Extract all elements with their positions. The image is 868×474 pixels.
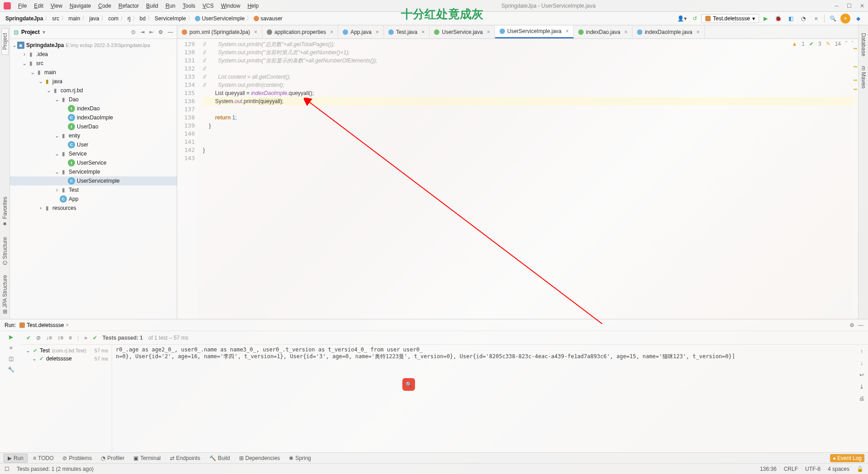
menu-help[interactable]: Help (244, 3, 262, 9)
tool-window-endpoints[interactable]: ⇄Endpoints (166, 454, 204, 463)
tab-close-icon[interactable]: × (330, 29, 333, 35)
favorites-tool-tab[interactable]: ★ Favorites (1, 192, 9, 232)
breadcrumb-item[interactable]: UserServiceImple (193, 15, 246, 22)
editor-tab[interactable]: application.properties× (262, 25, 338, 38)
tree-node[interactable]: ⌄▮Service (10, 149, 177, 158)
tool-window-problems[interactable]: ⊘Problems (59, 454, 95, 463)
tree-node[interactable]: ⌄▮ServiceImple (10, 167, 177, 176)
export-icon[interactable]: » (84, 335, 87, 341)
layout-icon[interactable]: ◫ (9, 356, 14, 362)
debug-icon[interactable]: 🐞 (773, 14, 783, 24)
maximize-icon[interactable]: ☐ (847, 3, 852, 9)
sort-icon[interactable]: ↓≡ (46, 335, 52, 341)
breadcrumb-item[interactable]: bd (138, 15, 147, 22)
code-content[interactable]: // System.out.println("总页数"+all.getTotal… (198, 39, 858, 319)
gear-icon[interactable]: ⚙ (849, 322, 854, 328)
wrap-icon[interactable]: ↩ (859, 372, 864, 378)
database-tool-tab[interactable]: Database (860, 28, 867, 61)
menu-vcs[interactable]: VCS (199, 3, 217, 9)
indent-info[interactable]: 4 spaces (828, 466, 849, 472)
menu-code[interactable]: Code (94, 3, 115, 9)
breadcrumb-item[interactable]: main (66, 15, 82, 22)
error-stripe[interactable] (853, 39, 858, 319)
run-icon[interactable]: ▶ (760, 14, 770, 24)
scroll-icon[interactable]: ⤓ (859, 384, 864, 390)
collapse-icon[interactable]: ≡ (69, 335, 72, 341)
tab-close-icon[interactable]: × (697, 29, 700, 35)
file-encoding[interactable]: UTF-8 (805, 466, 821, 472)
breadcrumb-item[interactable]: com (106, 15, 120, 22)
run-config-selector[interactable]: Test.deletsssse▾ (701, 14, 759, 23)
tool-window-build[interactable]: 🔨Build (206, 454, 234, 463)
event-log-button[interactable]: ● Event Log (830, 454, 864, 462)
hide-icon[interactable]: — (858, 322, 863, 328)
gear-icon[interactable]: ⚙ (158, 29, 163, 35)
tree-node[interactable]: IUserDao (10, 122, 177, 131)
breadcrumb-item[interactable]: src (50, 15, 61, 22)
tree-node[interactable]: ⌄▮main (10, 68, 177, 77)
line-separator[interactable]: CRLF (784, 466, 798, 472)
menu-edit[interactable]: Edit (30, 3, 47, 9)
up-icon[interactable]: ↑ (860, 348, 863, 355)
menu-navigate[interactable]: Navigate (66, 3, 94, 9)
expand-all-icon[interactable]: ⇥ (140, 29, 145, 35)
tool-window-run[interactable]: ▶Run (4, 454, 28, 463)
tree-node[interactable]: ›▮resources (10, 204, 177, 213)
tool-window-dependencies[interactable]: ⊞Dependencies (236, 454, 284, 463)
editor-tab[interactable]: indexDao.java× (574, 25, 632, 38)
floating-search-icon[interactable]: 🔍 (402, 378, 415, 391)
breadcrumb-item[interactable]: SpringdateJpa (4, 15, 45, 22)
tree-node[interactable]: CindexDaoImple (10, 113, 177, 122)
tree-node[interactable]: CUser (10, 140, 177, 149)
code-editor[interactable]: 129 130 131 132 133 134 135 136 137 138 … (177, 39, 858, 319)
show-passed-icon[interactable]: ✔ (26, 335, 31, 341)
tree-node[interactable]: IUserService (10, 158, 177, 167)
settings-icon[interactable]: 🔧 (8, 366, 14, 373)
tab-close-icon[interactable]: × (624, 29, 627, 35)
menu-refactor[interactable]: Refactor (115, 3, 142, 9)
select-opened-icon[interactable]: ⊙ (131, 29, 136, 35)
project-tree[interactable]: ⌄▣SpringdateJpaE:\my eclisp 2022-3-23\Sp… (10, 39, 177, 319)
tab-close-icon[interactable]: × (254, 29, 257, 35)
caret-position[interactable]: 136:36 (760, 466, 777, 472)
ide-services-icon[interactable]: + (840, 14, 850, 24)
tree-node[interactable]: ⌄▮com.rj.bd (10, 86, 177, 95)
breadcrumb-item[interactable]: rj (126, 15, 132, 22)
breadcrumb-item[interactable]: savauser (252, 15, 284, 22)
show-ignored-icon[interactable]: ⊘ (36, 335, 41, 341)
tree-node[interactable]: ›▮Test (10, 185, 177, 194)
breadcrumb-item[interactable]: java (87, 15, 101, 22)
expand-icon[interactable]: ↕≡ (57, 335, 63, 341)
print-icon[interactable]: 🖨 (859, 395, 864, 402)
tab-close-icon[interactable]: × (421, 29, 425, 35)
tree-node[interactable]: ›▮.idea (10, 50, 177, 59)
stop-icon[interactable]: ■ (811, 14, 821, 24)
jpa-structure-tool-tab[interactable]: ⊞ JPA Structure (1, 270, 9, 319)
collapse-all-icon[interactable]: ⇤ (149, 29, 154, 35)
rerun-icon[interactable]: ▶ (9, 334, 13, 340)
hide-icon[interactable]: — (168, 29, 173, 35)
sync-icon[interactable]: ↺ (690, 14, 700, 24)
menu-run[interactable]: Run (162, 3, 179, 9)
menu-file[interactable]: File (14, 3, 30, 9)
console-output[interactable]: r0_.age as age2_0_, user0_.name as name3… (112, 345, 855, 452)
user-icon[interactable]: 👤▾ (677, 14, 687, 24)
down-icon[interactable]: ↓ (860, 360, 863, 366)
search-icon[interactable]: 🔍 (828, 14, 838, 24)
coverage-icon[interactable]: ◧ (786, 14, 796, 24)
tab-close-icon[interactable]: × (376, 29, 379, 35)
menu-window[interactable]: Window (217, 3, 244, 9)
tree-node[interactable]: CApp (10, 194, 177, 204)
tool-window-profiler[interactable]: ◔Profiler (97, 454, 128, 463)
test-tree[interactable]: ⌄✔Test (com.rj.bd.Test)57 ms⌄✔deletsssse… (22, 345, 112, 452)
tree-node[interactable]: ⌄▮java (10, 77, 177, 86)
tool-window-todo[interactable]: ≡TODO (29, 454, 57, 463)
tool-window-spring[interactable]: ❀Spring (285, 454, 315, 463)
project-tool-tab[interactable]: Project (1, 28, 9, 55)
lock-icon[interactable]: 🔓 (857, 466, 863, 472)
stop-icon[interactable]: ■ (9, 345, 12, 351)
tab-close-icon[interactable]: × (66, 322, 69, 328)
tree-root[interactable]: ⌄▣SpringdateJpaE:\my eclisp 2022-3-23\Sp… (10, 41, 177, 50)
editor-tab[interactable]: UserServiceImple.java× (495, 25, 574, 38)
menu-build[interactable]: Build (142, 3, 162, 9)
